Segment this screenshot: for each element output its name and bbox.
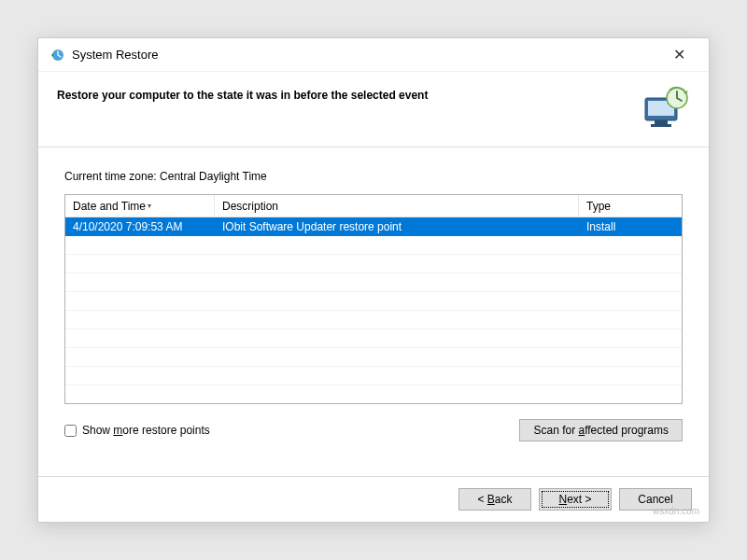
scan-affected-programs-button[interactable]: Scan for affected programs — [519, 419, 683, 441]
close-icon: ✕ — [673, 46, 685, 63]
next-button[interactable]: Next > — [539, 488, 612, 511]
cell-date: 4/10/2020 7:09:53 AM — [65, 220, 215, 233]
column-date-time[interactable]: Date and Time ▾ — [65, 195, 215, 217]
table-footer-row: Show more restore points Scan for affect… — [64, 419, 683, 441]
column-type[interactable]: Type — [579, 195, 682, 217]
page-heading: Restore your computer to the state it wa… — [57, 85, 641, 102]
back-button[interactable]: < Back — [458, 488, 531, 511]
cell-type: Install — [579, 220, 682, 233]
title-bar: System Restore ✕ — [38, 38, 709, 72]
system-restore-icon — [49, 48, 64, 63]
svg-rect-3 — [655, 120, 668, 124]
show-more-label: Show more restore points — [82, 424, 210, 437]
system-restore-dialog: System Restore ✕ Restore your computer t… — [37, 37, 710, 523]
cell-description: IObit Software Updater restore point — [215, 220, 579, 233]
column-description[interactable]: Description — [215, 195, 579, 217]
sort-indicator-icon: ▾ — [148, 202, 151, 210]
timezone-label: Current time zone: Central Daylight Time — [64, 170, 683, 183]
restore-monitor-icon — [641, 85, 690, 130]
body-area: Current time zone: Central Daylight Time… — [38, 147, 709, 476]
table-body: 4/10/2020 7:09:53 AM IObit Software Upda… — [65, 217, 682, 403]
cancel-button[interactable]: Cancel — [619, 488, 692, 511]
show-more-restore-points-checkbox[interactable]: Show more restore points — [64, 424, 210, 437]
window-title: System Restore — [72, 48, 660, 62]
wizard-footer: < Back Next > Cancel — [38, 476, 709, 522]
svg-rect-4 — [651, 124, 671, 127]
header-area: Restore your computer to the state it wa… — [38, 72, 709, 147]
restore-points-table[interactable]: Date and Time ▾ Description Type 4/10/20… — [64, 194, 683, 404]
close-button[interactable]: ✕ — [660, 42, 698, 68]
show-more-checkbox-input[interactable] — [64, 425, 77, 437]
table-row[interactable]: 4/10/2020 7:09:53 AM IObit Software Upda… — [65, 217, 682, 236]
table-header: Date and Time ▾ Description Type — [65, 195, 682, 217]
